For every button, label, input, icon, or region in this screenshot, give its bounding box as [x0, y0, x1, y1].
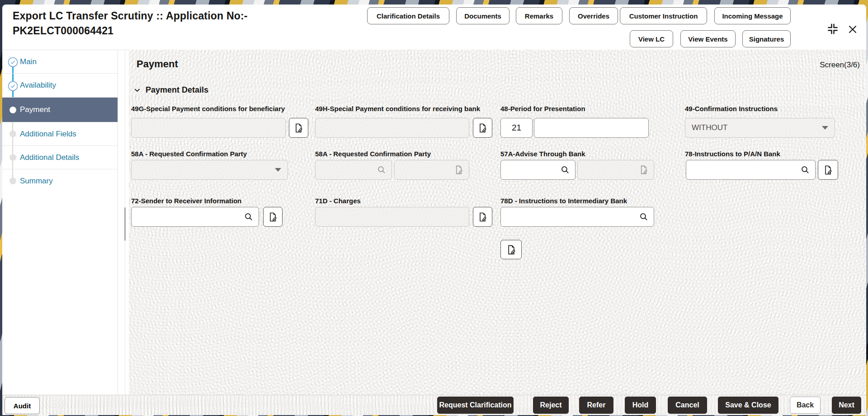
edit-instructions-pan-bank-button[interactable]	[818, 160, 838, 180]
view-events-button[interactable]: View Events	[680, 30, 736, 47]
cancel-button[interactable]: Cancel	[668, 397, 707, 414]
field-label-58a-dd: 58A - Requested Confirmation Party	[131, 150, 247, 158]
sidebar-item-additional-fields[interactable]: Additional Fields	[2, 122, 118, 146]
step-label: Additional Details	[20, 153, 79, 162]
close-icon	[847, 23, 859, 35]
field-label-78d: 78D - Instructions to Intermediary Bank	[500, 197, 627, 205]
file-edit-icon	[268, 212, 278, 222]
sidebar-item-additional-details[interactable]: Additional Details	[2, 146, 118, 169]
file-edit-icon	[477, 212, 488, 222]
edit-special-payment-receiving-bank-button[interactable]	[473, 118, 492, 138]
field-label-78: 78-Instructions to P/A/N Bank	[685, 150, 780, 158]
sidebar-item-summary[interactable]: Summary	[2, 169, 118, 193]
field-label-72: 72-Sender to Receiver Information	[131, 197, 241, 205]
active-step-dot	[9, 107, 16, 113]
next-button[interactable]: Next	[832, 397, 861, 414]
requested-confirmation-party-edit-field	[394, 160, 469, 180]
field-label-49g: 49G-Special Payment conditions for benef…	[131, 105, 285, 113]
step-label: Summary	[20, 177, 53, 186]
reject-button[interactable]: Reject	[533, 397, 569, 414]
file-edit-icon	[454, 165, 464, 175]
period-presentation-text-input[interactable]	[534, 118, 649, 138]
requested-confirmation-party-select[interactable]	[131, 160, 288, 180]
payment-screen-content: Payment Screen(3/6) Payment Details 49G-…	[129, 50, 866, 395]
audit-button[interactable]: Audit	[5, 397, 40, 414]
signatures-button[interactable]: Signatures	[742, 30, 791, 47]
field-label-57a: 57A-Advise Through Bank	[500, 150, 585, 158]
view-lc-button[interactable]: View LC	[630, 30, 673, 47]
app-window: Export LC Transfer Scrutiny :: Applicati…	[2, 5, 866, 415]
clarification-details-button[interactable]: Clarification Details	[367, 7, 449, 24]
customer-instruction-button[interactable]: Customer Instruction	[620, 7, 707, 24]
upcoming-step-dot	[9, 178, 16, 184]
special-payment-beneficiary-field	[131, 118, 286, 138]
search-icon	[560, 165, 570, 175]
charges-field	[315, 207, 469, 227]
search-icon	[244, 212, 254, 222]
edit-sender-receiver-info-button[interactable]	[263, 207, 283, 227]
requested-confirmation-party-search-field	[315, 160, 392, 180]
upcoming-step-dot	[9, 131, 16, 137]
edit-instructions-intermediary-bank-button[interactable]	[500, 240, 522, 259]
advise-through-bank-edit-field	[577, 160, 654, 180]
remarks-button[interactable]: Remarks	[516, 7, 562, 24]
page-title-line2: PK2ELCT000064421	[13, 23, 293, 38]
page-title-line1: Export LC Transfer Scrutiny :: Applicati…	[13, 9, 293, 23]
check-circle-icon	[8, 57, 18, 67]
search-icon	[377, 165, 387, 175]
incoming-message-button[interactable]: Incoming Message	[714, 7, 791, 24]
file-edit-icon	[477, 123, 488, 133]
documents-button[interactable]: Documents	[456, 7, 509, 24]
caret-down-icon	[822, 126, 828, 130]
page-title: Export LC Transfer Scrutiny :: Applicati…	[13, 9, 293, 38]
instructions-intermediary-bank-search-input[interactable]	[500, 207, 654, 227]
field-label-71d: 71D - Charges	[315, 197, 361, 205]
action-bar: Audit Request Clarification Reject Refer…	[2, 395, 866, 415]
save-close-button[interactable]: Save & Close	[718, 397, 778, 414]
file-edit-icon	[506, 244, 517, 255]
file-edit-icon	[823, 165, 833, 175]
step-label: Main	[20, 57, 37, 66]
sidebar-stepper: Main Availability Payment Additional Fie…	[2, 50, 129, 395]
sidebar-item-main[interactable]: Main	[2, 50, 118, 74]
edit-charges-button[interactable]	[473, 207, 492, 227]
search-icon	[639, 212, 649, 222]
step-label: Additional Fields	[20, 130, 76, 139]
caret-down-icon	[275, 168, 281, 172]
confirmation-instructions-value: WITHOUT	[692, 123, 727, 132]
content-scrollbar-thumb[interactable]	[124, 207, 126, 241]
sender-receiver-info-search-input[interactable]	[131, 207, 259, 227]
sidebar-divider	[118, 50, 118, 395]
collapse-window-button[interactable]	[825, 21, 840, 37]
overrides-button[interactable]: Overrides	[569, 7, 618, 24]
step-label: Payment	[20, 105, 50, 114]
screen-step-indicator: Screen(3/6)	[820, 61, 860, 70]
hold-button[interactable]: Hold	[625, 397, 656, 414]
period-presentation-days-input[interactable]	[500, 118, 533, 138]
chevron-down-icon	[133, 86, 141, 94]
file-edit-icon	[639, 165, 649, 175]
upcoming-step-dot	[9, 154, 16, 161]
back-button[interactable]: Back	[790, 397, 821, 414]
screen-title: Payment	[137, 58, 178, 70]
confirmation-instructions-select[interactable]: WITHOUT	[685, 118, 835, 138]
request-clarification-button[interactable]: Request Clarification	[437, 397, 514, 414]
search-icon	[800, 165, 810, 175]
special-payment-receiving-bank-field	[315, 118, 469, 138]
payment-details-section-toggle[interactable]: Payment Details	[133, 85, 208, 95]
sidebar-item-availability[interactable]: Availability	[2, 74, 118, 98]
step-label: Availability	[20, 81, 56, 90]
file-edit-icon	[293, 123, 304, 133]
collapse-icon	[826, 22, 840, 36]
sidebar-item-payment[interactable]: Payment	[2, 98, 118, 122]
check-circle-icon	[8, 81, 18, 91]
field-label-49h: 49H-Special Payment conditions for recei…	[315, 105, 480, 113]
instructions-pan-bank-search-input[interactable]	[686, 160, 816, 180]
section-title: Payment Details	[146, 85, 208, 95]
refer-button[interactable]: Refer	[579, 397, 613, 414]
close-window-button[interactable]	[845, 22, 860, 37]
field-label-49: 49-Confirmation Instructions	[685, 105, 778, 113]
field-label-58a-party: 58A - Requested Confirmation Party	[315, 150, 431, 158]
advise-through-bank-search-input[interactable]	[500, 160, 576, 180]
edit-special-payment-beneficiary-button[interactable]	[289, 118, 308, 138]
